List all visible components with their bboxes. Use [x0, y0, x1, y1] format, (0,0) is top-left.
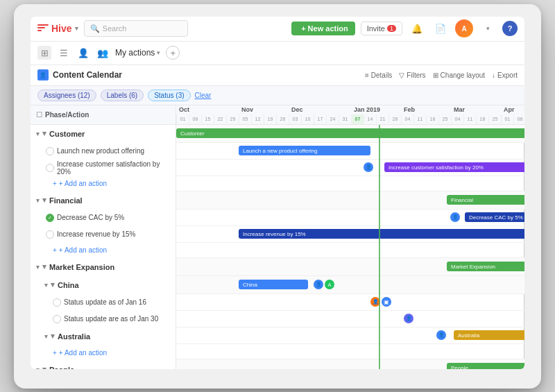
people-icon[interactable]: 👤 [76, 46, 90, 60]
action-decrease-cac[interactable]: ✓ Decrease CAC by 5% [31, 210, 176, 226]
left-panel: ☐ Phase/Action ▾ ▾ Customer Launch new p… [31, 105, 176, 369]
check-cac[interactable]: ✓ [46, 214, 54, 222]
gantt-row-china-group: China 👤 A [176, 276, 524, 294]
help-button[interactable]: ? [502, 21, 518, 36]
left-panel-header: ☐ Phase/Action [31, 105, 176, 125]
user-avatar[interactable]: A [455, 19, 473, 37]
check-jan16[interactable] [53, 298, 61, 307]
avatar-initials: A [461, 25, 466, 33]
month-feb: Feb 04111825 [401, 106, 451, 124]
gantt-body: Customer Launch a new product offering 👤… [176, 125, 524, 369]
avatar-chevron[interactable]: ▾ [479, 19, 497, 37]
month-jan: Jan 2019 07142128 [351, 106, 401, 124]
notifications-button[interactable]: 🔔 [408, 19, 426, 37]
group-arrow-market: ▾ [36, 264, 40, 271]
group-australia-label: Australia [58, 332, 90, 341]
add-tab-button[interactable]: + [166, 46, 180, 60]
group-market-label: Market Expansion [49, 263, 114, 271]
clear-filters-button[interactable]: Clear [195, 92, 212, 99]
action-cac-label: Decrease CAC by 5% [57, 214, 124, 221]
folder-icon-people: ▾ [42, 365, 46, 369]
action-increase-satisfaction[interactable]: Increase customer satisfaction by 20% [31, 160, 176, 176]
assignees-filter[interactable]: Assignees (12) [37, 90, 96, 101]
check-revenue[interactable] [46, 230, 54, 239]
group-customer[interactable]: ▾ ▾ Customer [31, 125, 176, 143]
add-action-market[interactable]: + + Add an action [31, 346, 176, 361]
action-satisfaction-label: Increase customer satisfaction by 20% [57, 160, 170, 176]
add-action-financial-label: + Add an action [59, 246, 107, 254]
group-australia[interactable]: ▾ ▾ Australia [31, 327, 176, 346]
group-arrow-financial: ▾ [36, 197, 40, 204]
team-icon[interactable]: 👥 [96, 46, 110, 60]
details-button[interactable]: ≡ Details [365, 71, 392, 79]
bar-australia: Australia [454, 330, 524, 340]
status-filter[interactable]: Status (3) [148, 90, 190, 101]
group-china[interactable]: ▾ ▾ China [31, 276, 176, 294]
action-launch-product[interactable]: Launch new product offering [31, 143, 176, 160]
avatar-jan30: 👤 [404, 314, 413, 323]
check-launch[interactable] [46, 147, 54, 155]
check-jan30[interactable] [53, 315, 61, 323]
today-line [379, 125, 380, 369]
labels-filter[interactable]: Labels (6) [101, 90, 144, 101]
grid-view-icon[interactable]: ⊞ [37, 46, 51, 60]
avatar-china1: 👤 [314, 280, 323, 289]
my-actions-button[interactable]: My actions ▾ [115, 48, 160, 58]
group-market-expansion[interactable]: ▾ ▾ Market Expansion [31, 258, 176, 276]
gantt-row-cac: 👤 Decrease CAC by 5% [176, 210, 524, 226]
add-action-customer[interactable]: + + Add an action [31, 176, 176, 191]
bell-icon: 🔔 [411, 24, 422, 34]
add-action-financial[interactable]: + + Add an action [31, 243, 176, 258]
action-increase-revenue[interactable]: Increase revenue by 15% [31, 226, 176, 243]
action-status-jan16[interactable]: Status update as of Jan 16 [31, 294, 176, 311]
action-status-jan30[interactable]: Status update are as of Jan 30 [31, 311, 176, 327]
filters-button[interactable]: ▽ Filters [399, 71, 425, 79]
group-customer-label: Customer [49, 130, 85, 138]
bar-market: Market Expansion [447, 262, 524, 271]
bar-revenue: Increase revenue by 15% [239, 229, 524, 239]
filters-label: Filters [407, 71, 425, 79]
list-view-icon[interactable]: ☰ [57, 46, 71, 60]
details-label: Details [371, 71, 393, 79]
bar-china: China [239, 280, 308, 289]
check-satisfaction[interactable] [46, 164, 54, 172]
folder-icon-financial: ▾ [42, 196, 46, 205]
add-action-icon: + [53, 180, 57, 187]
layout-label: Change layout [441, 71, 486, 79]
project-icon: 👤 [37, 69, 49, 80]
avatar-australia: 👤 [436, 330, 446, 340]
group-arrow-australia: ▾ [44, 333, 48, 340]
action-jan30-label: Status update are as of Jan 30 [64, 315, 158, 323]
export-button[interactable]: ↓ Export [492, 71, 518, 79]
month-dec: Dec 0310172431 [289, 106, 351, 124]
bar-customer: Customer [176, 128, 524, 138]
folder-icon-market: ▾ [42, 262, 46, 271]
app-logo[interactable]: Hive ▾ [37, 23, 78, 34]
folder-icon-customer: ▾ [42, 129, 46, 138]
filters-icon: ▽ [399, 71, 404, 79]
avatar-satisfaction: 👤 [364, 162, 373, 172]
user-small-icon: 👤 [40, 72, 46, 78]
details-icon: ≡ [365, 71, 369, 79]
file-button[interactable]: 📄 [432, 19, 450, 37]
export-icon: ↓ [492, 71, 495, 79]
group-arrow-people: ▾ [36, 366, 40, 369]
change-layout-button[interactable]: ⊞ Change layout [433, 71, 486, 79]
group-people[interactable]: ▾ ▾ People [31, 361, 176, 369]
group-people-label: People [49, 366, 74, 369]
add-action-market-icon: + [53, 349, 57, 357]
avatar-jan16b: ▣ [382, 297, 391, 307]
invite-button[interactable]: Invite 1 [361, 22, 402, 35]
check-all-icon[interactable]: ☐ [36, 111, 42, 119]
group-financial[interactable]: ▾ ▾ Financial [31, 191, 176, 210]
search-box[interactable]: 🔍 Search [84, 20, 189, 37]
bar-people: People [447, 363, 524, 369]
hive-logo-icon [37, 24, 49, 33]
question-mark-icon: ? [508, 24, 513, 33]
bar-cac: Decrease CAC by 5% [465, 212, 524, 222]
project-name: Content Calendar [53, 70, 361, 80]
new-action-button[interactable]: + New action [291, 22, 355, 35]
month-apr: Apr 0108152229 [501, 106, 524, 124]
gantt-row-people-group: People [176, 359, 524, 369]
month-nov: Nov 05121926 [239, 106, 289, 124]
